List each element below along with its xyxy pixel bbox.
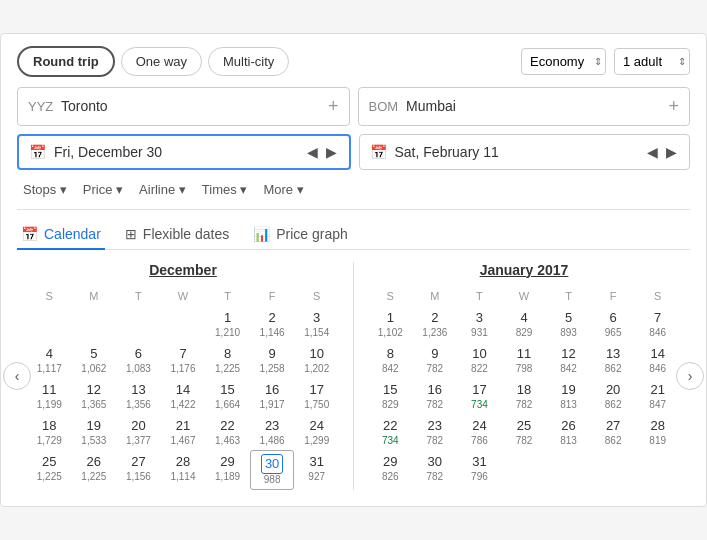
- stops-filter[interactable]: Stops ▾: [17, 178, 73, 201]
- dec-17[interactable]: 171,750: [294, 378, 339, 414]
- dec-31[interactable]: 31927: [294, 450, 339, 490]
- jan-15[interactable]: 15829: [368, 378, 413, 414]
- jan-9[interactable]: 9782: [413, 342, 458, 378]
- dec-header-s1: S: [27, 286, 72, 306]
- airline-filter[interactable]: Airline ▾: [133, 178, 192, 201]
- dec-16[interactable]: 161,917: [250, 378, 295, 414]
- next-month-arrow[interactable]: ›: [676, 362, 704, 390]
- jan-header-w: W: [502, 286, 547, 306]
- jan-8[interactable]: 8842: [368, 342, 413, 378]
- filters-row: Stops ▾ Price ▾ Airline ▾ Times ▾ More ▾: [17, 178, 690, 210]
- jan-20[interactable]: 20862: [591, 378, 636, 414]
- dec-14[interactable]: 141,422: [161, 378, 206, 414]
- multi-city-button[interactable]: Multi-city: [208, 47, 289, 76]
- jan-30[interactable]: 30782: [413, 450, 458, 486]
- dec-2[interactable]: 21,146: [250, 306, 295, 342]
- times-filter[interactable]: Times ▾: [196, 178, 254, 201]
- jan-21[interactable]: 21847: [635, 378, 680, 414]
- return-date-text: Sat, February 11: [395, 144, 638, 160]
- jan-7[interactable]: 7846: [635, 306, 680, 342]
- pricegraph-tab-label: Price graph: [276, 226, 348, 242]
- jan-19[interactable]: 19813: [546, 378, 591, 414]
- return-next-arrow[interactable]: ▶: [664, 144, 679, 160]
- dec-1[interactable]: 11,210: [205, 306, 250, 342]
- jan-12[interactable]: 12842: [546, 342, 591, 378]
- departure-prev-arrow[interactable]: ◀: [305, 144, 320, 160]
- december-grid: S M T W T F S 11,210 21,146 31,154 41,11…: [27, 286, 339, 491]
- departure-next-arrow[interactable]: ▶: [324, 144, 339, 160]
- jan-27[interactable]: 27862: [591, 414, 636, 450]
- dec-12[interactable]: 121,365: [72, 378, 117, 414]
- dec-15[interactable]: 151,664: [205, 378, 250, 414]
- calendar-divider: [353, 262, 354, 491]
- dec-29[interactable]: 291,189: [205, 450, 250, 490]
- passengers-select[interactable]: 1 adult 2 adults 3 adults: [614, 48, 690, 75]
- flexible-tab-icon: ⊞: [125, 226, 137, 242]
- dec-20[interactable]: 201,377: [116, 414, 161, 450]
- jan-24[interactable]: 24786: [457, 414, 502, 450]
- dec-19[interactable]: 191,533: [72, 414, 117, 450]
- jan-5[interactable]: 5893: [546, 306, 591, 342]
- dec-10[interactable]: 101,202: [294, 342, 339, 378]
- dec-5[interactable]: 51,062: [72, 342, 117, 378]
- dec-26[interactable]: 261,225: [72, 450, 117, 490]
- tab-flexible[interactable]: ⊞ Flexible dates: [121, 220, 233, 250]
- dec-6[interactable]: 61,083: [116, 342, 161, 378]
- destination-input[interactable]: BOM Mumbai +: [358, 87, 691, 126]
- jan-16[interactable]: 16782: [413, 378, 458, 414]
- dec-9[interactable]: 91,258: [250, 342, 295, 378]
- jan-23[interactable]: 23782: [413, 414, 458, 450]
- dec-8[interactable]: 81,225: [205, 342, 250, 378]
- jan-11[interactable]: 11798: [502, 342, 547, 378]
- jan-29[interactable]: 29826: [368, 450, 413, 486]
- dec-11[interactable]: 111,199: [27, 378, 72, 414]
- dec-18[interactable]: 181,729: [27, 414, 72, 450]
- jan-1[interactable]: 11,102: [368, 306, 413, 342]
- jan-2[interactable]: 21,236: [413, 306, 458, 342]
- jan-header-t2: T: [546, 286, 591, 306]
- jan-22[interactable]: 22734: [368, 414, 413, 450]
- dec-3[interactable]: 31,154: [294, 306, 339, 342]
- jan-header-s1: S: [368, 286, 413, 306]
- dec-30[interactable]: 30988: [250, 450, 295, 490]
- date-row: 📅 Fri, December 30 ◀ ▶ 📅 Sat, February 1…: [17, 134, 690, 170]
- jan-28[interactable]: 28819: [635, 414, 680, 450]
- jan-3[interactable]: 3931: [457, 306, 502, 342]
- dec-w1-s: [27, 306, 72, 342]
- jan-17[interactable]: 17734: [457, 378, 502, 414]
- more-filter[interactable]: More ▾: [257, 178, 309, 201]
- dec-23[interactable]: 231,486: [250, 414, 295, 450]
- jan-6[interactable]: 6965: [591, 306, 636, 342]
- tab-price-graph[interactable]: 📊 Price graph: [249, 220, 352, 250]
- one-way-button[interactable]: One way: [121, 47, 202, 76]
- pricegraph-tab-icon: 📊: [253, 226, 270, 242]
- round-trip-button[interactable]: Round trip: [17, 46, 115, 77]
- departure-date-input[interactable]: 📅 Fri, December 30 ◀ ▶: [17, 134, 351, 170]
- origin-input[interactable]: YYZ Toronto +: [17, 87, 350, 126]
- dec-22[interactable]: 221,463: [205, 414, 250, 450]
- jan-13[interactable]: 13862: [591, 342, 636, 378]
- jan-14[interactable]: 14846: [635, 342, 680, 378]
- jan-header-t1: T: [457, 286, 502, 306]
- jan-31[interactable]: 31796: [457, 450, 502, 486]
- jan-18[interactable]: 18782: [502, 378, 547, 414]
- return-prev-arrow[interactable]: ◀: [645, 144, 660, 160]
- dec-27[interactable]: 271,156: [116, 450, 161, 490]
- dec-4[interactable]: 41,117: [27, 342, 72, 378]
- dec-21[interactable]: 211,467: [161, 414, 206, 450]
- dec-13[interactable]: 131,356: [116, 378, 161, 414]
- cabin-class-select[interactable]: Economy Business First: [521, 48, 606, 75]
- return-date-input[interactable]: 📅 Sat, February 11 ◀ ▶: [359, 134, 691, 170]
- jan-10[interactable]: 10822: [457, 342, 502, 378]
- dec-25[interactable]: 251,225: [27, 450, 72, 490]
- origin-plus-icon: +: [328, 96, 339, 117]
- dec-24[interactable]: 241,299: [294, 414, 339, 450]
- jan-4[interactable]: 4829: [502, 306, 547, 342]
- price-filter[interactable]: Price ▾: [77, 178, 129, 201]
- dec-7[interactable]: 71,176: [161, 342, 206, 378]
- jan-26[interactable]: 26813: [546, 414, 591, 450]
- prev-month-arrow[interactable]: ‹: [3, 362, 31, 390]
- jan-25[interactable]: 25782: [502, 414, 547, 450]
- dec-28[interactable]: 281,114: [161, 450, 206, 490]
- tab-calendar[interactable]: 📅 Calendar: [17, 220, 105, 250]
